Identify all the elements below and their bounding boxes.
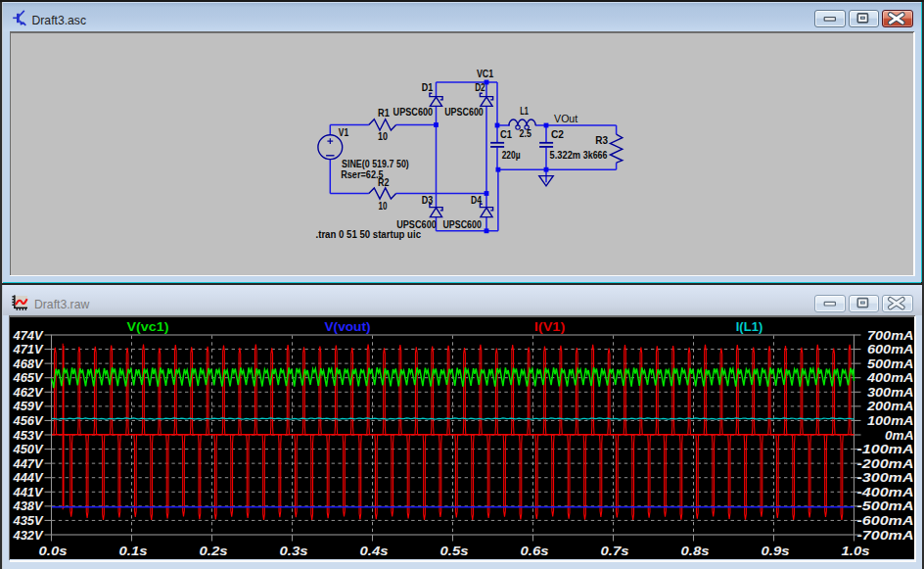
svg-text:10: 10 xyxy=(378,130,388,142)
svg-text:C2: C2 xyxy=(551,128,564,140)
svg-text:SINE(0 519.7 50): SINE(0 519.7 50) xyxy=(342,158,409,169)
svg-text:-200mA: -200mA xyxy=(857,456,914,471)
svg-text:D4: D4 xyxy=(471,194,482,206)
svg-text:0.4s: 0.4s xyxy=(360,544,389,558)
svg-text:-600mA: -600mA xyxy=(857,513,914,528)
svg-text:456V: 456V xyxy=(13,413,44,428)
svg-text:220µ: 220µ xyxy=(502,149,521,161)
svg-text:432V: 432V xyxy=(13,528,44,543)
svg-text:0.9s: 0.9s xyxy=(762,544,790,558)
svg-text:UPSC600: UPSC600 xyxy=(442,218,482,230)
svg-text:0mA: 0mA xyxy=(885,428,914,443)
svg-text:500mA: 500mA xyxy=(867,356,914,371)
svg-text:465V: 465V xyxy=(13,370,44,385)
svg-text:D1: D1 xyxy=(422,81,434,93)
svg-text:.tran 0 51 50 startup uic: .tran 0 51 50 startup uic xyxy=(316,228,422,240)
svg-text:C1: C1 xyxy=(500,128,512,140)
svg-text:0.8s: 0.8s xyxy=(681,544,710,558)
svg-text:I(V1): I(V1) xyxy=(534,320,566,334)
svg-text:462V: 462V xyxy=(13,385,44,400)
svg-text:471V: 471V xyxy=(13,342,44,356)
svg-text:0.5s: 0.5s xyxy=(440,544,469,558)
svg-text:V1: V1 xyxy=(339,126,348,138)
svg-text:0.0s: 0.0s xyxy=(39,544,68,558)
svg-text:UPSC600: UPSC600 xyxy=(444,106,484,118)
svg-text:UPSC600: UPSC600 xyxy=(393,106,434,118)
svg-text:459V: 459V xyxy=(13,399,44,413)
svg-text:0.3s: 0.3s xyxy=(280,544,308,558)
svg-text:0.7s: 0.7s xyxy=(601,544,629,558)
svg-text:VOut: VOut xyxy=(554,113,578,124)
svg-text:0.6s: 0.6s xyxy=(521,544,549,558)
svg-text:0.1s: 0.1s xyxy=(119,544,148,558)
svg-text:453V: 453V xyxy=(13,428,44,443)
svg-text:R3: R3 xyxy=(595,134,608,146)
svg-text:I(L1): I(L1) xyxy=(736,320,763,334)
svg-text:-500mA: -500mA xyxy=(857,498,914,513)
svg-text:447V: 447V xyxy=(13,456,44,471)
svg-text:10: 10 xyxy=(379,200,388,212)
svg-text:3k666: 3k666 xyxy=(583,149,608,161)
svg-text:R1: R1 xyxy=(378,107,390,119)
svg-text:700mA: 700mA xyxy=(867,328,914,343)
svg-text:0.2s: 0.2s xyxy=(200,544,228,558)
svg-text:444V: 444V xyxy=(13,470,44,485)
svg-text:200mA: 200mA xyxy=(866,399,914,413)
svg-text:100mA: 100mA xyxy=(867,413,914,428)
svg-text:-100mA: -100mA xyxy=(857,442,914,456)
svg-text:L1: L1 xyxy=(520,105,529,117)
svg-text:D2: D2 xyxy=(475,81,485,93)
svg-text:441V: 441V xyxy=(13,485,44,499)
svg-text:400mA: 400mA xyxy=(866,370,914,385)
svg-text:450V: 450V xyxy=(13,442,44,456)
svg-text:V(vout): V(vout) xyxy=(325,320,371,334)
svg-text:Rser=62.5: Rser=62.5 xyxy=(341,168,383,180)
svg-text:1.0s: 1.0s xyxy=(842,544,870,558)
svg-text:600mA: 600mA xyxy=(867,342,914,356)
svg-text:474V: 474V xyxy=(13,328,44,343)
svg-text:468V: 468V xyxy=(13,356,44,371)
svg-text:300mA: 300mA xyxy=(867,385,914,400)
svg-text:V(vc1): V(vc1) xyxy=(127,320,169,334)
svg-text:435V: 435V xyxy=(13,513,44,528)
svg-text:-300mA: -300mA xyxy=(857,470,914,485)
svg-text:D3: D3 xyxy=(422,194,434,206)
svg-text:438V: 438V xyxy=(13,498,44,513)
svg-text:5.322m: 5.322m xyxy=(550,149,581,161)
svg-text:-700mA: -700mA xyxy=(857,528,914,543)
svg-text:VC1: VC1 xyxy=(477,68,493,79)
svg-text:-400mA: -400mA xyxy=(857,485,914,499)
svg-text:2.5: 2.5 xyxy=(520,127,531,139)
